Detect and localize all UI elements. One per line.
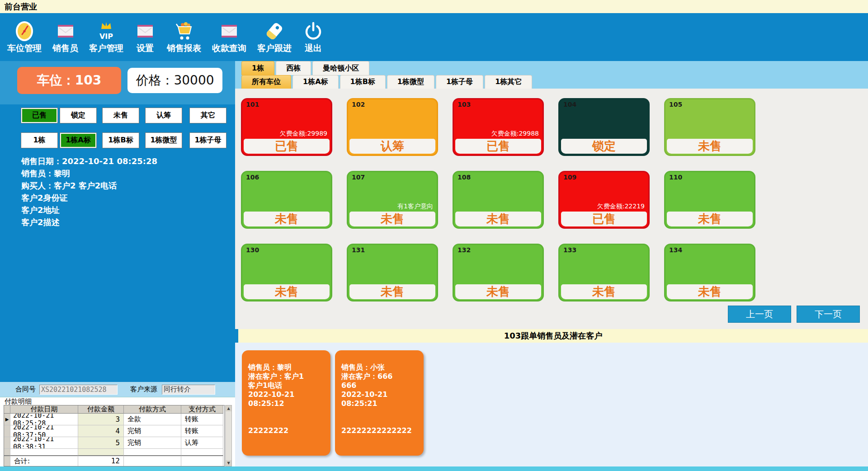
payment-amount-cell: 4	[78, 425, 124, 437]
envelope-icon	[134, 20, 156, 42]
customer-source-input[interactable]	[162, 385, 215, 395]
toolbar-item-label: 客户管理	[89, 42, 123, 54]
sale-info-line: 购买人：客户2 客户2电话	[21, 179, 157, 192]
parking-cell-133[interactable]: 133未售	[558, 244, 650, 301]
tab-b1-a-tab[interactable]: 1栋A标	[292, 75, 339, 89]
building-button-building-1-a[interactable]: 1栋A标	[60, 133, 96, 148]
followup-card-line: 潜在客户：666	[341, 372, 418, 381]
parking-cell-102[interactable]: 102认筹	[347, 98, 438, 156]
followup-card-line: 2022-10-21 08:25:21	[341, 390, 418, 408]
parking-cell-number: 110	[669, 174, 682, 181]
parking-cell-101[interactable]: 101欠费金额:29989已售	[241, 98, 332, 156]
toolbar-item-settings[interactable]: 设置	[134, 20, 156, 54]
row-marker-total	[4, 455, 10, 466]
empty-cell	[78, 449, 124, 455]
building-button-building-1-micro[interactable]: 1栋微型	[146, 133, 182, 148]
status-button-pledged[interactable]: 认筹	[146, 108, 182, 123]
toolbar-item-sales-report[interactable]: 销售报表	[167, 20, 201, 54]
payment-method-cell: 全款	[124, 414, 181, 425]
payment-date-cell: 2022-10-21 08:38:31	[10, 437, 78, 449]
total-empty-cell	[181, 455, 223, 466]
parking-cell-status-label: 认筹	[349, 139, 435, 154]
toolbar-item-payment-query[interactable]: 收款查询	[212, 20, 246, 54]
table-row	[4, 449, 224, 455]
sale-info: 销售日期：2022-10-21 08:25:28销售员：黎明购买人：客户2 客户…	[21, 155, 157, 228]
toolbar-item-exit[interactable]: 退出	[302, 20, 324, 54]
building-button-building-1-b[interactable]: 1栋B标	[103, 133, 139, 148]
parking-cell-104[interactable]: 104锁定	[558, 98, 650, 156]
tab-b1-micro-tab[interactable]: 1栋微型	[387, 75, 434, 89]
tab-west-tab[interactable]: 西栋	[276, 61, 311, 75]
parking-cell-status-label: 未售	[455, 284, 541, 299]
scroll-down-icon[interactable]: ▼	[226, 460, 231, 466]
next-page-button[interactable]: 下一页	[797, 306, 860, 323]
toolbar: 车位管理销售员VIP客户管理设置销售报表收款查询客户跟进退出	[0, 13, 868, 61]
table-row: 合计:12	[4, 455, 224, 466]
building-button-building-1-duplex[interactable]: 1栋子母	[190, 133, 226, 148]
building-button-building-1[interactable]: 1栋	[21, 133, 57, 148]
tab-b1-other-tab[interactable]: 1栋其它	[485, 75, 532, 89]
parking-cell-number: 104	[563, 101, 576, 108]
toolbar-item-customer-follow[interactable]: 客户跟进	[257, 20, 292, 54]
status-button-locked[interactable]: 锁定	[60, 108, 96, 123]
parking-cell-status-label: 未售	[244, 284, 330, 299]
column-header: 付款金额	[78, 405, 124, 414]
payment-amount-cell: 5	[78, 437, 124, 449]
pay-type-cell: 转账	[181, 414, 223, 425]
followup-card[interactable]: 销售员：黎明潜在客户：客户1客户1电话2022-10-21 08:25:1222…	[242, 350, 330, 456]
toolbar-item-parking-manage[interactable]: 车位管理	[7, 20, 42, 54]
tab-all-spots-tab[interactable]: 所有车位	[241, 75, 291, 89]
tab-b1-duplex-tab[interactable]: 1栋子母	[436, 75, 483, 89]
parking-cell-106[interactable]: 106未售	[241, 171, 332, 229]
contract-no-input[interactable]	[39, 385, 118, 395]
toolbar-item-label: 客户跟进	[257, 42, 292, 54]
parking-cell-number: 101	[246, 101, 259, 108]
status-button-sold[interactable]: 已售	[21, 108, 57, 123]
toolbar-item-customer-manage[interactable]: VIP客户管理	[89, 20, 123, 54]
parking-cell-number: 133	[563, 246, 576, 254]
parking-cell-130[interactable]: 130未售	[241, 244, 332, 301]
sale-info-line: 销售日期：2022-10-21 08:25:28	[21, 155, 157, 167]
parking-cell-number: 131	[352, 246, 365, 254]
vip-icon: VIP	[95, 20, 117, 42]
cart-icon	[173, 20, 195, 42]
empty-cell	[10, 449, 78, 455]
toolbar-item-label: 收款查询	[212, 42, 246, 54]
prev-page-button[interactable]: 上一页	[728, 306, 791, 323]
parking-cell-number: 105	[669, 101, 682, 108]
envelope-icon	[218, 20, 240, 42]
parking-cell-status-label: 未售	[667, 212, 753, 226]
tab-b1-b-tab[interactable]: 1栋B标	[340, 75, 386, 89]
parking-cell-107[interactable]: 107有1客户意向未售	[347, 171, 438, 229]
parking-cell-status-label: 未售	[349, 212, 435, 226]
table-row: 付款日期付款金额付款方式支付方式	[4, 405, 224, 414]
parking-cell-110[interactable]: 110未售	[664, 171, 755, 229]
parking-cell-108[interactable]: 108未售	[453, 171, 544, 229]
column-header: 付款日期	[10, 405, 78, 414]
tab-manhattan-tab[interactable]: 曼哈顿小区	[312, 61, 369, 75]
payment-table-scrollbar[interactable]: ▲ ▼	[225, 405, 232, 466]
table-row: 2022-10-21 08:38:315完销认筹	[4, 437, 224, 449]
followup-card-line: 潜在客户：客户1	[248, 372, 325, 381]
status-button-unsold[interactable]: 未售	[103, 108, 139, 123]
parking-cell-134[interactable]: 134未售	[664, 244, 755, 301]
parking-cell-status-label: 锁定	[561, 139, 647, 154]
followup-title-bar: 103跟单销售员及潜在客户	[238, 329, 868, 343]
contract-strip: 合同号 客户来源	[0, 382, 235, 397]
parking-cell-132[interactable]: 132未售	[453, 244, 544, 301]
parking-cell-103[interactable]: 103欠费金额:29988已售	[453, 98, 544, 156]
tab-building-1-tab[interactable]: 1栋	[241, 61, 274, 75]
toolbar-item-salesperson[interactable]: 销售员	[52, 20, 78, 54]
parking-cell-number: 106	[246, 174, 259, 181]
parking-cell-number: 102	[352, 101, 365, 108]
parking-cell-131[interactable]: 131未售	[347, 244, 438, 301]
parking-cell-105[interactable]: 105未售	[664, 98, 755, 156]
sale-info-line: 客户2身份证	[21, 192, 157, 204]
bottom-status-strip	[0, 466, 868, 471]
empty-cell	[124, 449, 181, 455]
envelope-icon	[55, 20, 76, 42]
parking-cell-109[interactable]: 109欠费金额:22219已售	[558, 171, 650, 229]
scroll-up-icon[interactable]: ▲	[226, 405, 231, 411]
status-button-other[interactable]: 其它	[190, 108, 226, 123]
followup-card[interactable]: 销售员：小张潜在客户：6666662022-10-21 08:25:212222…	[335, 350, 424, 456]
